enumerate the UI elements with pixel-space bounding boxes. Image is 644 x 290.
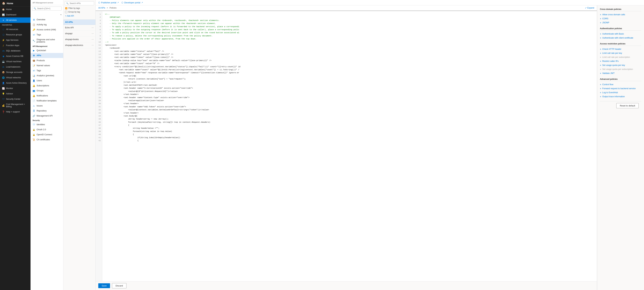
sp-item-activity-log[interactable]: 📋 Activity log xyxy=(30,22,63,27)
policy-label: Validate JWT xyxy=(602,72,614,74)
policy-link-allow-cross[interactable]: +Allow cross domain calls xyxy=(600,12,641,16)
code-line: <set-variable name="ase" value="{{ase-pr… xyxy=(105,53,594,56)
sidebar-item-cosmos-db[interactable]: ◉ Azure Cosmos DB xyxy=(0,53,30,59)
group-by-tag-checkbox[interactable] xyxy=(65,11,67,13)
sidebar-item-virtual-networks[interactable]: 🌐 Virtual networks xyxy=(0,75,30,80)
code-editor[interactable]: 1234567891011121314151617181920212223242… xyxy=(96,11,597,281)
products-icon: 📦 xyxy=(32,59,35,62)
filter-by-tags[interactable]: 🔽 Filter by tags xyxy=(65,6,94,10)
sidebar-item-help-support[interactable]: ❓ Help + support xyxy=(0,109,30,114)
sp-item-access-control[interactable]: 🔑 Access control (IAM) xyxy=(30,27,63,32)
policy-link-restrict-caller[interactable]: +Restrict caller IPs xyxy=(600,59,641,63)
sp-item-notifications[interactable]: 🔔 Notifications xyxy=(30,93,63,98)
sp-item-diagnose[interactable]: 🔧 Diagnose and solve problems xyxy=(30,37,63,44)
second-panel-search-input[interactable] xyxy=(37,7,60,10)
sidebar-item-sql-databases[interactable]: 🗃 SQL databases xyxy=(0,48,30,53)
second-panel-search-box[interactable]: 🔍 xyxy=(32,6,62,10)
top-border xyxy=(96,10,597,11)
policy-link-auth-basic[interactable]: +Authenticate with Basic xyxy=(600,32,641,36)
add-api-button[interactable]: + Add API xyxy=(65,14,94,18)
sidebar-item-dashboard[interactable]: 📊 Dashboard xyxy=(0,12,30,17)
sidebar-item-all-resources[interactable]: □ All resources xyxy=(0,27,30,32)
api-item-menu-shopapi-electronics[interactable]: ··· xyxy=(92,44,94,47)
save-button[interactable]: Save xyxy=(98,283,110,288)
policy-link-forward-request[interactable]: +Forward request to backend service xyxy=(600,86,641,90)
policy-label: Authenticate with client certificate xyxy=(602,37,633,39)
sp-item-analytics[interactable]: 📊 Analytics (preview) xyxy=(30,73,63,78)
api-item-shopapi[interactable]: shopapi ··· xyxy=(64,31,96,36)
sp-item-subscriptions[interactable]: 🔔 Subscriptions xyxy=(30,83,63,88)
line-number: 41 xyxy=(96,136,102,139)
policy-link-auth-client-cert[interactable]: +Authenticate with client certificate xyxy=(600,36,641,40)
vm-icon: 💻 xyxy=(2,60,5,63)
sp-item-issues[interactable]: ⚠ Issues xyxy=(30,103,63,108)
publisher-portal-link[interactable]: ⬡ Publisher portal ↗ xyxy=(98,1,119,4)
line-number: 31 xyxy=(96,105,102,108)
search-icon: 🔍 xyxy=(34,7,36,10)
policy-link-usage-quota-key[interactable]: +Set usage quota per key xyxy=(600,63,641,67)
cosmos-icon: ◉ xyxy=(2,55,5,57)
code-line: <set-variable name="token" value="{{ase-… xyxy=(105,56,594,59)
collapse-panel-button[interactable]: « xyxy=(30,12,63,17)
sp-item-named-values[interactable]: 📝 Named values xyxy=(30,63,63,68)
sp-item-products[interactable]: 📦 Products xyxy=(30,58,63,63)
all-apis-header[interactable]: All APIs xyxy=(64,20,96,25)
sp-item-overview[interactable]: ⊞ Overview xyxy=(30,17,63,22)
breadcrumb-parent[interactable]: All APIs xyxy=(98,7,105,9)
sidebar-item-resource-groups[interactable]: ⬡ Resource groups xyxy=(0,32,30,37)
sidebar-item-app-services[interactable]: ⚡ App Services xyxy=(0,37,30,43)
sp-item-users[interactable]: 👤 Users xyxy=(30,78,63,83)
sp-item-repository[interactable]: 🗄 Repository xyxy=(30,108,63,113)
developer-portal-link[interactable]: ⬡ Developer portal ↗ xyxy=(122,1,143,4)
code-line: <set-method>POST</set-method> xyxy=(105,84,594,87)
api-item-menu-echo[interactable]: ··· xyxy=(92,26,94,29)
discard-button[interactable]: Discard xyxy=(112,283,126,288)
sp-item-openid[interactable]: 🔒 OpenID Connect xyxy=(30,132,63,137)
group-by-tag[interactable]: Group by tag xyxy=(65,10,94,14)
sp-item-management-api[interactable]: 🔗 Management API xyxy=(30,113,63,118)
sidebar-item-monitor[interactable]: 📈 Monitor xyxy=(0,86,30,91)
sidebar-item-cost-management[interactable]: 💰 Cost Management + Billing xyxy=(0,102,30,109)
policy-link-cors[interactable]: +CORS xyxy=(600,16,641,21)
api-search-box[interactable]: 🔍 xyxy=(65,1,94,5)
policy-link-check-http[interactable]: +Check HTTP header xyxy=(600,47,641,51)
sp-item-oauth[interactable]: 🔒 OAuth 2.0 xyxy=(30,127,63,132)
policy-label: Allow cross domain calls xyxy=(602,13,625,16)
sp-item-apis[interactable]: ⚙ APIs xyxy=(30,53,63,58)
policy-link-control-flow[interactable]: +Control flow xyxy=(600,82,641,86)
sidebar-item-home[interactable]: 🏠 Home xyxy=(0,7,30,12)
sidebar-item-advisor[interactable]: 💡 Advisor xyxy=(0,91,30,96)
policy-link-log-eventhub[interactable]: +Log to EventHub xyxy=(600,90,641,94)
reset-to-default-button[interactable]: Reset to default xyxy=(616,103,639,108)
policy-link-jsonp[interactable]: +JSONP xyxy=(600,21,641,25)
line-number: 42 xyxy=(96,139,102,142)
sp-item-identities[interactable]: 🛡 Identities xyxy=(30,122,63,127)
sp-item-quickstart[interactable]: ▶ Quickstart xyxy=(30,48,63,53)
api-item-shopapi-books[interactable]: shopapi-books ··· xyxy=(64,36,96,42)
sp-item-tags[interactable]: 🏷 Tags xyxy=(30,32,63,37)
sp-item-tags2[interactable]: 🏷 Tags xyxy=(30,68,63,73)
line-number: 18 xyxy=(96,65,102,68)
sidebar-item-function-apps[interactable]: ƒ Function Apps xyxy=(0,43,30,48)
api-item-shopapi-electronics[interactable]: shopapi-electronics ··· xyxy=(64,42,96,48)
sidebar-item-virtual-machines[interactable]: 💻 Virtual machines xyxy=(0,59,30,64)
policy-link-limit-rate-key[interactable]: +Limit call rate per key xyxy=(600,51,641,55)
section-title-advanced: Advanced policies xyxy=(600,78,641,81)
policy-link-validate-jwt[interactable]: +Validate JWT xyxy=(600,71,641,75)
sp-item-notification-templates[interactable]: 📄 Notification templates xyxy=(30,98,63,103)
sidebar-item-azure-ad[interactable]: 👤 Azure Active Directory xyxy=(0,80,30,86)
api-item-echo[interactable]: Echo API ··· xyxy=(64,25,96,31)
line-number: 17 xyxy=(96,62,102,65)
sidebar-item-all-services[interactable]: ≡ All services xyxy=(0,17,30,23)
policy-link-output-trace[interactable]: +Output trace information xyxy=(600,94,641,99)
api-item-menu-shopapi[interactable]: ··· xyxy=(92,32,94,35)
sp-item-ca-certs[interactable]: 📜 CA certificates xyxy=(30,137,63,142)
sidebar-item-load-balancers[interactable]: ⚖ Load balancers xyxy=(0,64,30,70)
api-item-menu-shopapi-books[interactable]: ··· xyxy=(92,38,94,41)
sidebar-item-storage-accounts[interactable]: 📦 Storage accounts xyxy=(0,70,30,75)
sidebar-item-security-center[interactable]: 🛡 Security Center xyxy=(0,96,30,102)
api-search-input[interactable] xyxy=(70,2,92,4)
expand-button[interactable]: ⤢ Expand xyxy=(585,7,594,9)
sp-item-groups[interactable]: 👥 Groups xyxy=(30,88,63,93)
code-line: <cache-lookup-value key="ase" variable-n… xyxy=(105,59,594,62)
